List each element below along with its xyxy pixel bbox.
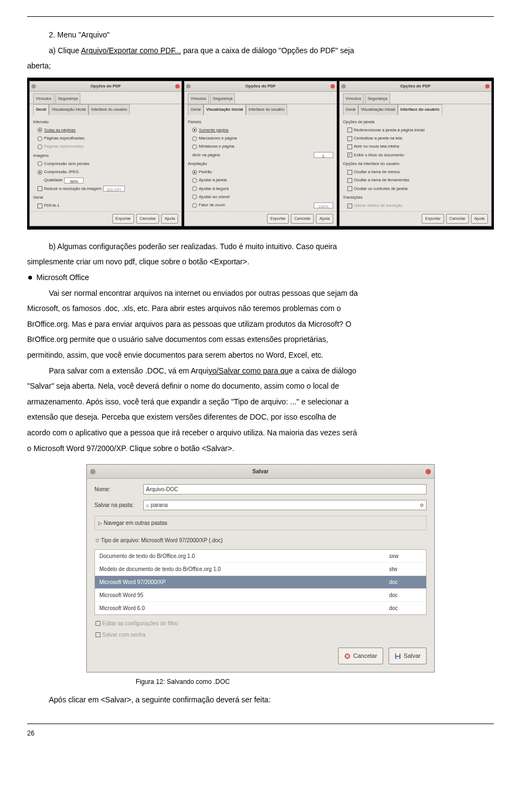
tab-vis-inicial[interactable]: Visualização inicial	[49, 104, 88, 115]
exportar-button[interactable]: Exportar	[422, 214, 443, 224]
tab-interface[interactable]: Interface do usuário	[398, 104, 442, 115]
bullet-msoffice: Microsoft Office	[27, 270, 494, 285]
tab-vinculos[interactable]: Vínculos	[33, 93, 54, 104]
cancelar-button[interactable]: Cancelar	[338, 648, 383, 664]
list-item[interactable]: Microsoft Word 95doc	[95, 589, 426, 602]
p6-l5: acordo com o aplicativo que a pessoa que…	[27, 426, 494, 440]
opt-utiltr: Utilizar efeitos de transição	[354, 202, 403, 210]
close-icon[interactable]	[331, 84, 335, 88]
tab-geral[interactable]: Geral	[343, 104, 358, 115]
p6-l1: Para salvar com a extensão .DOC, vá em A…	[49, 364, 494, 378]
tab-geral[interactable]: Geral	[33, 104, 49, 115]
check-centr[interactable]	[347, 136, 352, 141]
radio-pagsel[interactable]	[37, 144, 42, 149]
ms-office-title: Microsoft Office	[36, 273, 89, 282]
input-fzoom[interactable]: 100%	[314, 202, 333, 208]
radio-padrao-amp[interactable]	[192, 170, 197, 175]
ajuda-button[interactable]: Ajuda	[161, 214, 178, 224]
expander-tipo[interactable]: ▽Tipo de arquivo: Microsoft Word 97/2000…	[94, 534, 427, 547]
check-pdfa[interactable]	[37, 204, 42, 208]
opt-alargura: Ajustar à largura	[199, 185, 228, 193]
step-a-cont: aberta;	[27, 59, 494, 73]
check-occtrl[interactable]	[347, 186, 352, 191]
exportar-button[interactable]: Exportar	[267, 214, 289, 224]
group-intervalo: Intervalo	[33, 118, 178, 126]
salvar-button[interactable]: Salvar	[389, 648, 427, 664]
check-reduzir-res[interactable]	[37, 186, 42, 191]
link-exportar-pdf: Arquivo/Exportar como PDF...	[81, 46, 181, 55]
input-abrir-pagina[interactable]: 1	[314, 152, 333, 158]
list-item[interactable]: Microsoft Word 6.0doc	[95, 602, 426, 614]
radio-somente[interactable]	[192, 128, 197, 132]
tab-seguranca[interactable]: Segurança	[210, 93, 235, 104]
dialog-title: Opções do PDF	[91, 83, 121, 90]
close-icon[interactable]	[175, 84, 180, 88]
ajuda-button[interactable]: Ajuda	[471, 214, 488, 224]
tab-vinculos[interactable]: Vínculos	[343, 93, 364, 104]
ajuda-button[interactable]: Ajuda	[316, 214, 333, 224]
group-paineis: Painéis	[188, 118, 333, 126]
chevron-right-icon: ▷	[98, 521, 102, 526]
filetype-list: Documento de texto do BrOffice.org 1.0sx…	[94, 549, 427, 615]
ft-ext: doc	[389, 603, 422, 613]
check-ocferr[interactable]	[347, 178, 352, 183]
radio-marc-pag[interactable]	[192, 136, 197, 141]
page-number: 26	[27, 724, 494, 740]
list-item[interactable]: Documento de texto do BrOffice.org 1.0sx…	[95, 550, 426, 563]
input-qualidade[interactable]: 90%	[64, 177, 84, 183]
check-redim[interactable]	[347, 128, 352, 132]
cancelar-button[interactable]: Cancelar	[446, 214, 469, 224]
close-icon[interactable]	[485, 84, 490, 88]
top-rule	[27, 16, 494, 17]
close-icon[interactable]	[425, 469, 431, 474]
tab-vinculos[interactable]: Vínculos	[188, 93, 209, 104]
check-salvar-senha[interactable]	[96, 632, 100, 637]
check-utiltr[interactable]	[347, 204, 352, 208]
step-a-pre: a) Clique	[49, 46, 81, 55]
cancelar-button[interactable]: Cancelar	[291, 214, 314, 224]
opt-exibir-titulo: Exibir o título do documento	[354, 151, 404, 159]
check-ocmenu[interactable]	[347, 170, 352, 175]
opt-padrao-amp: Padrão	[199, 168, 212, 176]
tab-vis-inicial[interactable]: Visualização inicial	[358, 104, 398, 115]
ft-name: Microsoft Word 95	[99, 590, 389, 600]
expander-navegar[interactable]: ▷Navegar em outras pastas	[94, 516, 427, 530]
opt-marc-pag: Marcadores e página	[199, 135, 237, 142]
cancelar-button[interactable]: Cancelar	[136, 214, 159, 224]
tab-geral[interactable]: Geral	[188, 104, 203, 115]
group-opcoes-janela: Opções de janela	[343, 118, 488, 126]
list-item-selected[interactable]: Microsoft Word 97/2000/XPdoc	[95, 576, 426, 589]
p5-l1: Vai ser normal encontrar arquivos na int…	[49, 286, 494, 301]
tab-vis-inicial[interactable]: Visualização inicial	[204, 104, 246, 115]
check-exibir-titulo[interactable]	[347, 153, 352, 157]
opt-somente: Somente página	[199, 126, 228, 134]
p5-l5: permitindo, assim, que você envie docume…	[27, 348, 494, 363]
radio-comp-jpeg[interactable]	[37, 170, 42, 175]
save-icon	[395, 653, 401, 659]
opt-reduzir: Reduzir a resolução da imagem	[44, 185, 101, 193]
radio-avisivel[interactable]	[192, 194, 197, 199]
dialog-salvar: Salvar Nome: Arquivo-DOC Salvar na pasta…	[86, 464, 435, 673]
list-item[interactable]: Modelo de documento de texto do BrOffice…	[95, 563, 426, 576]
radio-comp-sem[interactable]	[37, 161, 42, 166]
save-title: Salvar	[252, 466, 269, 477]
check-editar-conf[interactable]	[96, 621, 100, 626]
radio-alargura[interactable]	[192, 186, 197, 191]
exportar-button[interactable]: Exportar	[112, 214, 134, 224]
radio-pagesp[interactable]	[37, 136, 42, 141]
link-salvar-como: vo/Salvar como para qu	[208, 366, 289, 375]
radio-mini-pag[interactable]	[192, 144, 197, 149]
radio-fzoom[interactable]	[192, 203, 197, 208]
select-pasta[interactable]: ⌂ parana≎	[143, 500, 427, 510]
group-opcoes-iface: Opções da interface do usuário	[343, 160, 488, 168]
check-abrir-tela[interactable]	[347, 144, 352, 149]
radio-ajanela[interactable]	[192, 178, 197, 183]
input-nome[interactable]: Arquivo-DOC	[143, 484, 427, 494]
radio-todas[interactable]	[37, 128, 42, 132]
tab-interface[interactable]: Interface do usuário	[246, 104, 287, 115]
tab-seguranca[interactable]: Segurança	[55, 93, 80, 104]
tab-seguranca[interactable]: Segurança	[365, 93, 390, 104]
lbl-salvar-pasta: Salvar na pasta:	[94, 500, 138, 510]
input-dpi[interactable]: 300 DPI	[103, 186, 125, 192]
tab-interface[interactable]: Interface do usuário	[88, 104, 130, 115]
